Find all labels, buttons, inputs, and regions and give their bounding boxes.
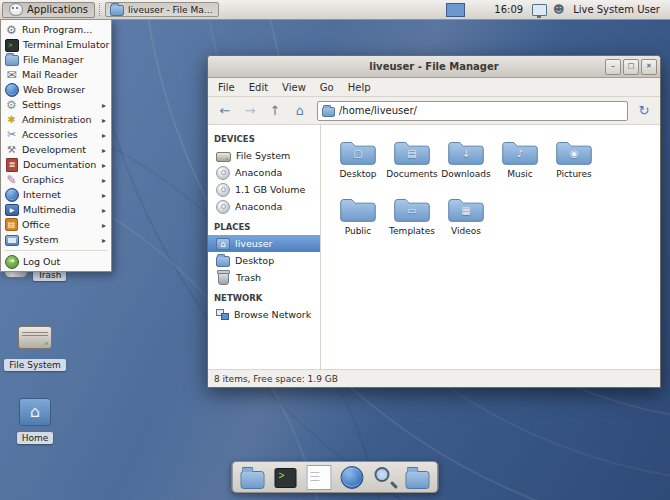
menu-item[interactable] [4,250,108,251]
menu-item[interactable]: Settings [2,97,110,112]
workspace-switcher[interactable] [446,3,465,17]
menu-item[interactable]: Mail Reader [2,67,110,82]
menu-item-label: Run Program... [22,24,92,35]
disc-icon [216,166,230,180]
menu-item-label: Office [22,219,50,230]
menu-item-label: Graphics [22,174,64,185]
xfce-logo-icon [9,3,23,16]
dock-launcher[interactable] [274,465,298,489]
path-bar [317,101,628,121]
disc-icon [216,200,230,214]
folder-icon: ▦ [446,194,486,225]
menu-item[interactable]: Development [2,142,110,157]
sidebar-item-label: 1.1 GB Volume [235,184,305,195]
sidebar-item-label: Browse Network [234,309,311,320]
desktop-icon-label: File System [4,359,65,371]
menubar-item[interactable]: View [275,80,313,95]
user-icon[interactable] [552,3,565,16]
sidebar-item[interactable]: liveuser [208,235,320,252]
folder-item[interactable]: ▦ Videos [439,194,493,251]
system-icon [5,235,19,246]
menu-item-label: System [23,234,58,245]
minimize-button[interactable] [605,59,621,75]
close-button[interactable] [641,59,657,75]
submenu-arrow-icon [102,189,107,200]
folder-item[interactable]: ↓ Downloads [439,137,493,194]
folder-item[interactable]: ▤ Documents [385,137,439,194]
run-icon [5,23,18,36]
menu-item[interactable]: File Manager [2,52,110,67]
menu-item[interactable]: Graphics [2,172,110,187]
path-input[interactable] [339,105,623,116]
dock-launcher[interactable] [307,465,331,489]
back-button[interactable] [213,100,237,121]
menu-item[interactable]: Office [2,217,110,232]
menu-item[interactable]: System [2,232,110,247]
menu-item[interactable]: Administration [2,112,110,127]
menu-item[interactable]: Log Out [2,254,110,269]
menubar-item[interactable]: Help [341,80,378,95]
panel-right-group: 16:09 Live System User [446,3,668,17]
menubar-item[interactable]: Edit [242,80,275,95]
menu-item[interactable]: Documentation [2,157,110,172]
menu-item[interactable]: Internet [2,187,110,202]
folder-emblem-icon: ▦ [446,206,486,216]
sidebar-header-network: NETWORK [208,286,320,306]
mail-icon [5,68,18,81]
menubar-item[interactable]: Go [313,80,341,95]
sidebar-item-label: Anaconda [235,201,282,212]
sidebar-item[interactable]: 1.1 GB Volume [208,181,320,198]
file-manager-icon [110,5,124,16]
folder-icon: ◉ [554,137,594,168]
folder-emblem-icon: ◉ [554,149,594,159]
folder-item[interactable]: ♪ Music [493,137,547,194]
file-manager-icon [241,471,265,489]
terminal-icon [5,39,19,52]
menu-item[interactable]: Multimedia [2,202,110,217]
folder-icon [322,107,335,117]
multimedia-icon [5,204,19,216]
home-button[interactable] [288,100,312,121]
sidebar-item[interactable]: File System [208,147,320,164]
reload-button[interactable] [633,100,655,121]
window-titlebar[interactable]: liveuser - File Manager [208,56,660,78]
menu-item[interactable]: Web Browser [2,82,110,97]
desktop-icon[interactable]: Home [3,394,67,445]
dock-launcher[interactable] [406,465,430,489]
folder-icon: ▢ [338,137,378,168]
desktop-icon[interactable]: File System [3,316,67,372]
taskbar-window-button[interactable]: liveuser - File Manager [105,2,219,17]
folder-item[interactable]: ▭ Templates [385,194,439,251]
window-title: liveuser - File Manager [208,61,660,72]
sidebar-item[interactable]: Trash [208,269,320,286]
display-icon[interactable] [532,4,547,16]
toolbar [208,97,660,125]
menu-item[interactable]: Terminal Emulator [2,37,110,52]
menu-item-label: Log Out [23,256,60,267]
sidebar-header-places: PLACES [208,215,320,235]
up-button[interactable] [263,100,287,121]
dock-launcher[interactable] [241,465,265,489]
submenu-arrow-icon [102,174,107,185]
applications-label: Applications [27,4,88,15]
folder-item[interactable]: Public [331,194,385,251]
sidebar-item[interactable]: Anaconda [208,198,320,215]
statusbar: 8 items, Free space: 1.9 GB [208,369,660,387]
forward-button[interactable] [238,100,262,121]
sidebar-item[interactable]: Browse Network [208,306,320,323]
folder-item[interactable]: ▢ Desktop [331,137,385,194]
dock-launcher[interactable] [340,465,364,489]
sidebar-item[interactable]: Anaconda [208,164,320,181]
text-editor-icon [306,465,331,490]
file-manager-window: liveuser - File Manager File Edit View G… [207,55,661,388]
maximize-button[interactable] [623,59,639,75]
web-browser-icon [340,466,363,489]
folder-item[interactable]: ◉ Pictures [547,137,601,194]
dock-launcher[interactable] [373,465,397,489]
menu-item[interactable]: Run Program... [2,22,110,37]
sidebar-item[interactable]: Desktop [208,252,320,269]
submenu-arrow-icon [102,204,107,215]
menubar-item[interactable]: File [211,80,242,95]
menu-item[interactable]: Accessories [2,127,110,142]
applications-menu-button[interactable]: Applications [2,2,95,18]
